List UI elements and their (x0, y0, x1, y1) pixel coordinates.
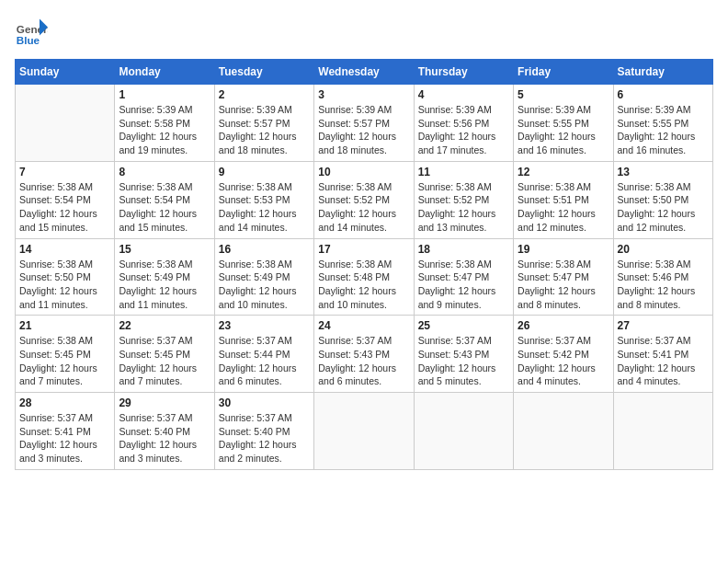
calendar-cell: 26Sunrise: 5:37 AM Sunset: 5:42 PM Dayli… (514, 316, 613, 393)
day-info: Sunrise: 5:38 AM Sunset: 5:49 PM Dayligh… (219, 258, 310, 312)
calendar-cell (314, 393, 414, 470)
day-info: Sunrise: 5:38 AM Sunset: 5:48 PM Dayligh… (318, 258, 409, 312)
day-info: Sunrise: 5:39 AM Sunset: 5:56 PM Dayligh… (418, 103, 509, 157)
day-number: 15 (119, 243, 210, 256)
calendar-cell: 30Sunrise: 5:37 AM Sunset: 5:40 PM Dayli… (214, 393, 313, 470)
day-info: Sunrise: 5:37 AM Sunset: 5:40 PM Dayligh… (119, 411, 210, 465)
calendar-cell: 20Sunrise: 5:38 AM Sunset: 5:46 PM Dayli… (613, 238, 712, 316)
day-number: 29 (119, 396, 210, 409)
calendar-cell: 24Sunrise: 5:37 AM Sunset: 5:43 PM Dayli… (314, 316, 414, 393)
calendar-cell: 2Sunrise: 5:39 AM Sunset: 5:57 PM Daylig… (214, 85, 313, 162)
calendar-header-wednesday: Wednesday (314, 60, 414, 85)
day-number: 5 (518, 88, 609, 101)
day-info: Sunrise: 5:37 AM Sunset: 5:42 PM Dayligh… (518, 334, 609, 388)
calendar-table: SundayMondayTuesdayWednesdayThursdayFrid… (15, 59, 713, 470)
day-number: 26 (518, 319, 609, 332)
day-number: 13 (618, 166, 709, 178)
day-info: Sunrise: 5:38 AM Sunset: 5:53 PM Dayligh… (219, 180, 310, 235)
day-number: 25 (418, 319, 509, 332)
day-number: 21 (19, 319, 110, 332)
logo: General Blue (15, 15, 51, 48)
day-info: Sunrise: 5:37 AM Sunset: 5:45 PM Dayligh… (119, 334, 210, 388)
logo-icon: General Blue (15, 15, 48, 48)
day-number: 6 (618, 88, 709, 101)
day-info: Sunrise: 5:38 AM Sunset: 5:47 PM Dayligh… (518, 258, 609, 312)
day-number: 3 (318, 88, 409, 101)
calendar-cell (414, 393, 513, 470)
calendar-week-row: 21Sunrise: 5:38 AM Sunset: 5:45 PM Dayli… (16, 316, 713, 393)
calendar-header-monday: Monday (115, 60, 214, 85)
day-info: Sunrise: 5:37 AM Sunset: 5:44 PM Dayligh… (219, 334, 310, 388)
day-number: 22 (119, 319, 210, 332)
calendar-cell (613, 393, 712, 470)
calendar-cell: 28Sunrise: 5:37 AM Sunset: 5:41 PM Dayli… (16, 393, 115, 470)
calendar-week-row: 1Sunrise: 5:39 AM Sunset: 5:58 PM Daylig… (16, 85, 713, 162)
calendar-cell: 29Sunrise: 5:37 AM Sunset: 5:40 PM Dayli… (115, 393, 214, 470)
calendar-cell: 18Sunrise: 5:38 AM Sunset: 5:47 PM Dayli… (414, 238, 513, 316)
calendar-week-row: 7Sunrise: 5:38 AM Sunset: 5:54 PM Daylig… (16, 161, 713, 238)
calendar-header-saturday: Saturday (613, 60, 712, 85)
calendar-cell: 15Sunrise: 5:38 AM Sunset: 5:49 PM Dayli… (115, 238, 214, 316)
day-number: 7 (19, 166, 110, 178)
calendar-cell: 13Sunrise: 5:38 AM Sunset: 5:50 PM Dayli… (613, 161, 712, 238)
day-info: Sunrise: 5:38 AM Sunset: 5:46 PM Dayligh… (618, 258, 709, 312)
day-number: 28 (19, 396, 110, 409)
day-info: Sunrise: 5:38 AM Sunset: 5:50 PM Dayligh… (19, 258, 110, 312)
day-info: Sunrise: 5:38 AM Sunset: 5:54 PM Dayligh… (19, 180, 110, 235)
day-number: 1 (119, 88, 210, 101)
day-info: Sunrise: 5:37 AM Sunset: 5:43 PM Dayligh… (318, 334, 409, 388)
calendar-header-sunday: Sunday (16, 60, 115, 85)
day-info: Sunrise: 5:39 AM Sunset: 5:57 PM Dayligh… (318, 103, 409, 157)
calendar-cell: 25Sunrise: 5:37 AM Sunset: 5:43 PM Dayli… (414, 316, 513, 393)
day-info: Sunrise: 5:39 AM Sunset: 5:57 PM Dayligh… (219, 103, 310, 157)
svg-text:Blue: Blue (17, 34, 40, 46)
day-number: 18 (418, 243, 509, 256)
calendar-cell: 11Sunrise: 5:38 AM Sunset: 5:52 PM Dayli… (414, 161, 513, 238)
calendar-week-row: 14Sunrise: 5:38 AM Sunset: 5:50 PM Dayli… (16, 238, 713, 316)
day-number: 14 (19, 243, 110, 256)
calendar-cell: 19Sunrise: 5:38 AM Sunset: 5:47 PM Dayli… (514, 238, 613, 316)
day-info: Sunrise: 5:37 AM Sunset: 5:41 PM Dayligh… (618, 334, 709, 388)
day-number: 2 (219, 88, 310, 101)
calendar-cell: 8Sunrise: 5:38 AM Sunset: 5:54 PM Daylig… (115, 161, 214, 238)
day-number: 23 (219, 319, 310, 332)
day-number: 10 (318, 166, 409, 178)
calendar-cell: 23Sunrise: 5:37 AM Sunset: 5:44 PM Dayli… (214, 316, 313, 393)
day-number: 24 (318, 319, 409, 332)
page-header: General Blue (15, 15, 713, 48)
calendar-cell: 6Sunrise: 5:39 AM Sunset: 5:55 PM Daylig… (613, 85, 712, 162)
day-info: Sunrise: 5:38 AM Sunset: 5:47 PM Dayligh… (418, 258, 509, 312)
day-number: 9 (219, 166, 310, 178)
day-number: 27 (618, 319, 709, 332)
day-number: 20 (618, 243, 709, 256)
calendar-cell: 1Sunrise: 5:39 AM Sunset: 5:58 PM Daylig… (115, 85, 214, 162)
day-info: Sunrise: 5:38 AM Sunset: 5:45 PM Dayligh… (19, 334, 110, 388)
day-number: 30 (219, 396, 310, 409)
calendar-cell: 21Sunrise: 5:38 AM Sunset: 5:45 PM Dayli… (16, 316, 115, 393)
calendar-header-tuesday: Tuesday (214, 60, 313, 85)
day-info: Sunrise: 5:37 AM Sunset: 5:40 PM Dayligh… (219, 411, 310, 465)
calendar-cell: 7Sunrise: 5:38 AM Sunset: 5:54 PM Daylig… (16, 161, 115, 238)
day-info: Sunrise: 5:39 AM Sunset: 5:55 PM Dayligh… (518, 103, 609, 157)
day-number: 16 (219, 243, 310, 256)
day-info: Sunrise: 5:38 AM Sunset: 5:51 PM Dayligh… (518, 180, 609, 235)
day-info: Sunrise: 5:39 AM Sunset: 5:58 PM Dayligh… (119, 103, 210, 157)
calendar-cell: 4Sunrise: 5:39 AM Sunset: 5:56 PM Daylig… (414, 85, 513, 162)
calendar-header-row: SundayMondayTuesdayWednesdayThursdayFrid… (16, 60, 713, 85)
day-number: 11 (418, 166, 509, 178)
calendar-cell: 12Sunrise: 5:38 AM Sunset: 5:51 PM Dayli… (514, 161, 613, 238)
day-info: Sunrise: 5:38 AM Sunset: 5:50 PM Dayligh… (618, 180, 709, 235)
day-info: Sunrise: 5:39 AM Sunset: 5:55 PM Dayligh… (618, 103, 709, 157)
day-number: 19 (518, 243, 609, 256)
calendar-cell: 17Sunrise: 5:38 AM Sunset: 5:48 PM Dayli… (314, 238, 414, 316)
day-number: 4 (418, 88, 509, 101)
day-info: Sunrise: 5:38 AM Sunset: 5:52 PM Dayligh… (418, 180, 509, 235)
day-info: Sunrise: 5:38 AM Sunset: 5:49 PM Dayligh… (119, 258, 210, 312)
calendar-cell: 14Sunrise: 5:38 AM Sunset: 5:50 PM Dayli… (16, 238, 115, 316)
calendar-cell: 9Sunrise: 5:38 AM Sunset: 5:53 PM Daylig… (214, 161, 313, 238)
day-number: 17 (318, 243, 409, 256)
calendar-cell (16, 85, 115, 162)
calendar-cell: 16Sunrise: 5:38 AM Sunset: 5:49 PM Dayli… (214, 238, 313, 316)
calendar-header-friday: Friday (514, 60, 613, 85)
day-info: Sunrise: 5:37 AM Sunset: 5:43 PM Dayligh… (418, 334, 509, 388)
